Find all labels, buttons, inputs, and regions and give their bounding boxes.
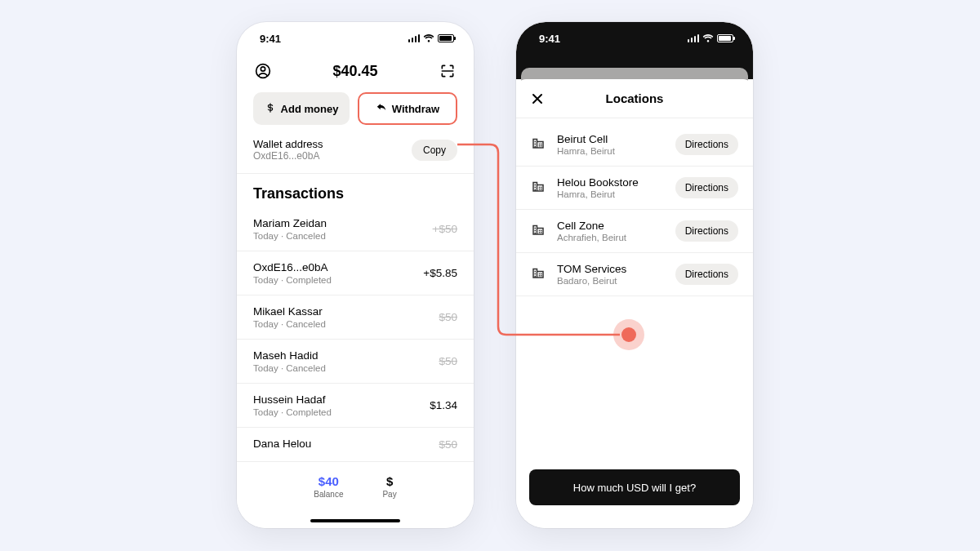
wallet-address-row: Wallet address OxdE16...e0bA Copy [237,138,474,174]
location-row: Helou BookstoreHamra, BeirutDirections [516,167,753,210]
nav-pay[interactable]: $ Pay [382,474,396,499]
location-row: Beirut CellHamra, BeirutDirections [516,123,753,167]
directions-button[interactable]: Directions [675,177,738,198]
sheet-title: Locations [606,91,664,105]
location-sub: Hamra, Beirut [557,146,666,156]
bottom-nav: $40 Balance $ Pay [237,468,474,528]
transaction-amount: $50 [439,438,457,451]
transaction-amount: +$50 [433,223,457,235]
building-icon [531,222,547,240]
copy-button[interactable]: Copy [412,140,457,161]
location-name: TOM Services [557,263,666,275]
dollar-icon [265,102,276,116]
signal-icon [688,34,700,42]
transaction-name: Mariam Zeidan [253,217,327,229]
transaction-amount: $50 [439,311,457,323]
nav-pay-symbol: $ [386,474,393,488]
home-indicator [310,519,400,522]
transaction-row[interactable]: Hussein HadafToday · Completed$1.34 [237,384,474,428]
transaction-meta: Today · Canceled [253,231,327,241]
status-time: 9:41 [260,33,281,45]
signal-icon [408,34,421,42]
transaction-amount: $1.34 [430,399,457,411]
location-sub: Achrafieh, Beirut [557,233,666,242]
transaction-row[interactable]: Mikael KassarToday · Canceled$50 [237,295,474,340]
add-money-label: Add money [281,103,339,115]
flow-connector [0,0,980,551]
transaction-row[interactable]: OxdE16...e0bAToday · Completed+$5.85 [237,251,474,295]
building-icon [531,179,547,197]
building-icon [531,136,547,153]
location-sub: Badaro, Beirut [557,276,666,286]
transactions-list: Mariam ZeidanToday · Canceled+$50OxdE16.… [237,207,474,462]
transaction-name: OxdE16...e0bA [253,261,332,273]
transaction-meta: Today · Completed [253,275,332,285]
sheet-header: Locations [516,79,753,118]
wifi-icon [423,34,434,42]
balance-display: $40.45 [332,63,377,80]
nav-balance-value: $40 [318,474,339,488]
transaction-amount: +$5.85 [423,267,457,279]
transaction-name: Mikael Kassar [253,305,326,318]
profile-icon[interactable] [253,61,273,81]
battery-icon [438,34,454,42]
location-row: TOM ServicesBadaro, BeirutDirections [516,253,753,296]
battery-icon [717,34,733,42]
location-sub: Hamra, Beirut [557,189,666,199]
directions-button[interactable]: Directions [675,220,738,242]
transaction-row[interactable]: Mariam ZeidanToday · Canceled+$50 [237,207,474,251]
transaction-meta: Today · Canceled [253,363,326,373]
transaction-row[interactable]: Dana Helou$50 [237,428,474,462]
withdraw-button[interactable]: Withdraw [358,92,457,125]
scan-icon[interactable] [438,61,457,81]
svg-point-1 [261,67,265,71]
wallet-screen: 9:41 $40.45 Add money Withdr [237,22,474,528]
building-icon [531,265,547,283]
transaction-meta: Today · Canceled [253,319,326,329]
nav-balance[interactable]: $40 Balance [314,474,343,499]
location-name: Beirut Cell [557,133,666,145]
wifi-icon [702,34,714,42]
nav-balance-label: Balance [314,490,343,499]
transaction-name: Maseh Hadid [253,349,326,362]
status-time: 9:41 [539,33,560,45]
status-icons [688,34,734,42]
flow-endpoint-dot [621,327,636,342]
nav-pay-label: Pay [382,490,396,499]
action-row: Add money Withdraw [237,92,474,138]
add-money-button[interactable]: Add money [253,92,350,125]
transaction-name: Hussein Hadaf [253,393,332,406]
close-icon[interactable] [529,91,546,107]
transactions-header: Transactions [237,174,474,207]
transaction-row[interactable]: Maseh HadidToday · Canceled$50 [237,340,474,384]
locations-list: Beirut CellHamra, BeirutDirectionsHelou … [516,118,753,301]
usd-rate-button[interactable]: How much USD will I get? [529,469,740,505]
withdraw-label: Withdraw [392,103,439,115]
status-bar: 9:41 [516,22,753,55]
transaction-meta: Today · Completed [253,407,332,417]
location-row: Cell ZoneAchrafieh, BeirutDirections [516,210,753,253]
transaction-amount: $50 [439,355,457,367]
reply-arrow-icon [376,102,387,116]
location-name: Cell Zone [557,220,666,232]
status-icons [408,34,455,42]
wallet-address-title: Wallet address [253,138,323,150]
location-name: Helou Bookstore [557,176,666,189]
locations-screen: 9:41 Locations Beirut CellHamra, BeirutD… [516,22,753,528]
header: $40.45 [237,55,474,92]
directions-button[interactable]: Directions [675,264,738,285]
transaction-name: Dana Helou [253,438,311,450]
wallet-address-value: OxdE16...e0bA [253,150,323,162]
status-bar: 9:41 [237,22,474,55]
directions-button[interactable]: Directions [675,134,738,155]
